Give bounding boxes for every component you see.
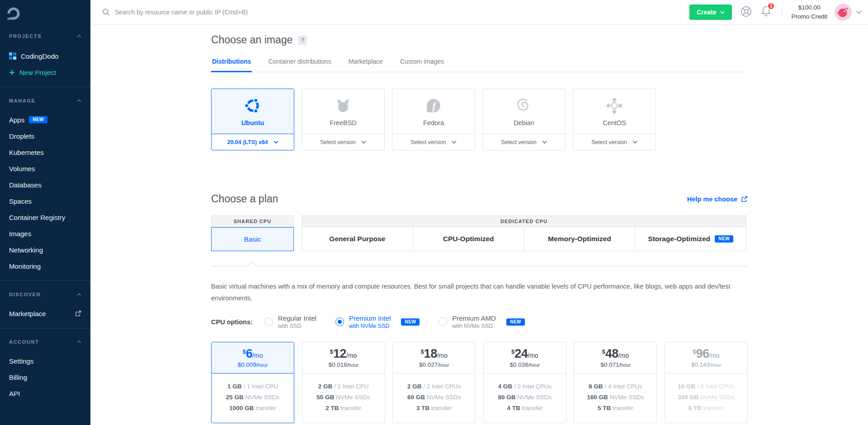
plan-tab-basic[interactable]: Basic	[211, 227, 294, 251]
per-month-label: /mo	[709, 352, 719, 359]
sidebar-item-label: Kubernetes	[9, 149, 44, 156]
tab-custom-images[interactable]: Custom images	[399, 58, 445, 72]
projects-section-header[interactable]: PROJECTS	[0, 31, 90, 42]
distro-card-freebsd[interactable]: FreeBSD Select version	[302, 89, 385, 150]
plan-specs: 2 GB / 1 Intel CPU 50 GB NVMe SSDs 2 TB …	[302, 374, 385, 423]
cpu-option-regular-intel[interactable]: Regular Intel with SSD	[264, 314, 316, 330]
ram-spec: 2 GB	[318, 383, 333, 390]
hourly-price: $0.009	[238, 361, 256, 368]
sidebar-item-networking[interactable]: Networking	[0, 242, 90, 258]
external-link-icon	[741, 196, 748, 202]
sidebar-item-project[interactable]: CodingDodo	[0, 48, 90, 64]
plan-card-6[interactable]: $6/mo $0.009/hour 1 GB / 1 Intel CPU 25 …	[211, 342, 294, 423]
transfer-unit: transfer	[255, 405, 276, 411]
sidebar-item-label: Images	[9, 230, 31, 238]
tab-distributions[interactable]: Distributions	[211, 58, 252, 72]
cpu-spec: / 8 Intel CPUs	[697, 383, 735, 390]
hourly-price: $0.036	[510, 361, 528, 368]
distro-card-fedora[interactable]: f Fedora Select version	[392, 89, 475, 150]
plan-price: $96/mo $0.143/hour	[665, 342, 747, 374]
account-section-header[interactable]: ACCOUNT	[0, 336, 90, 347]
new-badge: NEW	[29, 116, 47, 123]
radio-unselected-icon	[439, 318, 447, 326]
digitalocean-logo[interactable]	[0, 0, 90, 23]
help-me-choose-link[interactable]: Help me choose	[687, 196, 748, 203]
plan-card-48[interactable]: $48/mo $0.071/hour 8 GB / 4 Intel CPUs 1…	[574, 342, 657, 423]
dedicated-cpu-header: DEDICATED CPU	[302, 215, 746, 227]
sidebar-item-apps[interactable]: Apps NEW	[0, 112, 90, 128]
selected-version: Select version	[501, 139, 537, 145]
sidebar-item-monitoring[interactable]: Monitoring	[0, 258, 90, 274]
tab-marketplace[interactable]: Marketplace	[348, 58, 384, 72]
sidebar-item-label: Spaces	[9, 197, 32, 205]
disk-spec: 320 GB	[678, 394, 699, 401]
sidebar-item-billing[interactable]: Billing	[0, 369, 90, 385]
sidebar-item-kubernetes[interactable]: Kubernetes	[0, 144, 90, 160]
avatar-bird-icon	[836, 5, 850, 19]
ram-spec: 8 GB	[589, 383, 603, 390]
distro-name: Ubuntu	[241, 119, 264, 126]
plan-price: $18/mo $0.027/hour	[393, 342, 475, 374]
distro-card-debian[interactable]: Debian Select version	[482, 89, 566, 150]
search-icon	[102, 8, 110, 16]
plan-card-18[interactable]: $18/mo $0.027/hour 2 GB / 2 Intel CPUs 6…	[392, 342, 476, 423]
global-search[interactable]	[90, 8, 689, 16]
sidebar-item-databases[interactable]: Databases	[0, 177, 90, 193]
ram-spec: 2 GB	[407, 383, 422, 390]
sidebar-item-settings[interactable]: Settings	[0, 353, 90, 369]
plan-card-12[interactable]: $12/mo $0.018/hour 2 GB / 1 Intel CPU 50…	[302, 342, 385, 423]
centos-version-select[interactable]: Select version	[573, 134, 656, 150]
help-tooltip-badge[interactable]: ?	[298, 36, 307, 45]
fedora-version-select[interactable]: Select version	[392, 134, 475, 150]
new-badge: NEW	[506, 318, 525, 326]
disk-type: NVMe SSDs	[427, 394, 461, 401]
plan-price: $48/mo $0.071/hour	[574, 342, 656, 374]
sidebar-item-spaces[interactable]: Spaces	[0, 193, 90, 209]
discover-section-header[interactable]: DISCOVER	[0, 289, 90, 300]
plan-tab-memory-optimized[interactable]: Memory-Optimized	[524, 227, 636, 251]
plan-card-96[interactable]: $96/mo $0.143/hour 16 GB / 8 Intel CPUs …	[665, 342, 748, 423]
plan-card-24[interactable]: $24/mo $0.036/hour 4 GB / 2 Intel CPUs 8…	[483, 342, 566, 423]
topbar: Create 1 $100.00 Promo Credit	[90, 0, 868, 25]
distro-card-ubuntu[interactable]: Ubuntu 20.04 (LTS) x64	[211, 89, 294, 150]
sidebar-item-container-registry[interactable]: Container Registry	[0, 209, 90, 225]
new-project-button[interactable]: New Project	[0, 64, 90, 80]
lifebuoy-icon	[740, 5, 752, 18]
freebsd-version-select[interactable]: Select version	[302, 134, 384, 150]
plan-tab-pointer-divider	[211, 266, 748, 266]
distro-card-centos[interactable]: CentOS Select version	[573, 89, 656, 150]
search-input[interactable]	[115, 9, 332, 16]
selected-version: Select version	[591, 139, 627, 145]
create-button[interactable]: Create	[689, 5, 732, 20]
cpu-option-premium-amd[interactable]: Premium AMD with NVMe SSD NEW	[439, 314, 525, 330]
cpu-option-premium-intel[interactable]: Premium Intel with NVMe SSD NEW	[335, 314, 420, 330]
sidebar-item-marketplace[interactable]: Marketplace	[0, 305, 90, 322]
tab-container-distributions[interactable]: Container distributions	[267, 58, 332, 72]
plan-tab-cpu-optimized[interactable]: CPU-Optimized	[413, 227, 524, 251]
transfer-spec: 5 TB	[598, 405, 611, 411]
ubuntu-version-select[interactable]: 20.04 (LTS) x64	[212, 134, 294, 150]
help-button[interactable]	[740, 5, 752, 19]
plan-description: Basic virtual machines with a mix of mem…	[211, 280, 748, 304]
ram-spec: 16 GB	[678, 383, 695, 390]
chevron-down-icon	[452, 140, 457, 144]
plan-tab-storage-optimized[interactable]: Storage-Optimized NEW	[635, 227, 746, 251]
notifications-button[interactable]: 1	[760, 5, 772, 19]
debian-version-select[interactable]: Select version	[483, 134, 565, 150]
sidebar-item-api[interactable]: API	[0, 385, 90, 402]
account-menu-chevron-icon[interactable]	[856, 10, 862, 14]
account-avatar[interactable]	[835, 4, 852, 21]
sidebar-item-droplets[interactable]: Droplets	[0, 128, 90, 144]
sidebar-item-volumes[interactable]: Volumes	[0, 160, 90, 177]
plan-price: $6/mo $0.009/hour	[212, 342, 294, 374]
plan-tab-general-purpose[interactable]: General Purpose	[302, 227, 413, 251]
currency-symbol: $	[420, 348, 424, 355]
plan-category-tabs: SHARED CPU Basic DEDICATED CPU General P…	[211, 215, 746, 251]
transfer-spec: 3 TB	[416, 405, 429, 411]
monthly-price: 6	[246, 347, 253, 360]
cpu-spec: / 2 Intel CPUs	[514, 383, 552, 390]
manage-section-header[interactable]: MANAGE	[0, 95, 90, 106]
currency-symbol: $	[242, 348, 245, 355]
selected-version: Select version	[320, 139, 356, 145]
sidebar-item-images[interactable]: Images	[0, 225, 90, 242]
